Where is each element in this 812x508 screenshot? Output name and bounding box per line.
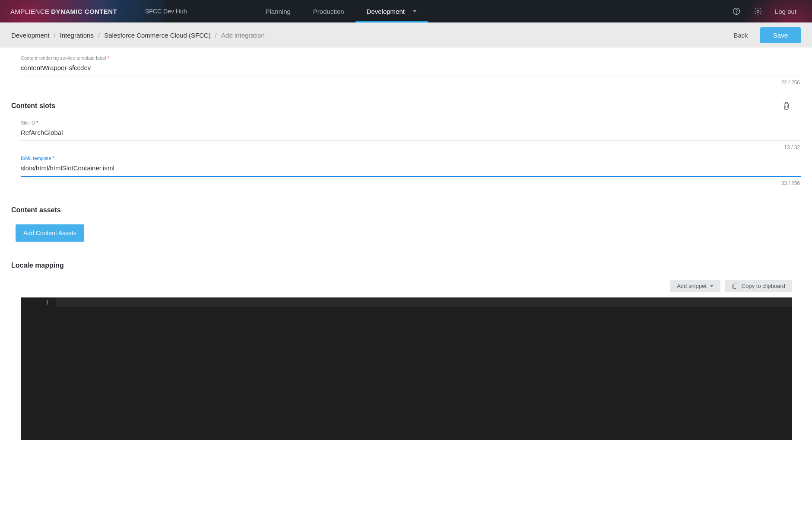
crs-counter: 22 / 256 (21, 80, 801, 86)
gear-icon[interactable] (753, 6, 763, 16)
gutter-line-1: 1 (21, 299, 49, 306)
isml-counter: 33 / 256 (21, 180, 801, 186)
site-id-input[interactable] (21, 125, 801, 141)
breadcrumb-bar: Development / Integrations / Salesforce … (0, 22, 812, 48)
chevron-down-icon (710, 285, 714, 287)
nav-planning[interactable]: Planning (254, 0, 301, 22)
code-editor[interactable]: 1 (21, 297, 792, 440)
editor-toolbar: Add snippet Copy to clipboard (11, 280, 792, 292)
nav-development-label: Development (367, 8, 405, 15)
isml-label: ISML template * (21, 156, 801, 161)
main-nav: Planning Production Development (254, 0, 428, 22)
crumb-sep: / (215, 32, 217, 39)
crumb-sep: / (98, 32, 100, 39)
chevron-down-icon (412, 10, 417, 13)
editor-body[interactable] (56, 297, 792, 440)
field-crs-label: Content rendering service template label… (21, 55, 801, 86)
add-content-assets-button[interactable]: Add Content Assets (16, 224, 84, 242)
site-id-label-text: Site ID (21, 120, 35, 125)
hub-name[interactable]: SFCC Dev Hub (134, 0, 198, 22)
subbar-actions: Back Save (733, 27, 801, 43)
locale-mapping-title: Locale mapping (11, 262, 801, 269)
crumb-development[interactable]: Development (11, 32, 49, 39)
brand-bold: DYNAMIC CONTENT (51, 8, 117, 15)
nav-production[interactable]: Production (302, 0, 355, 22)
copy-clipboard-label: Copy to clipboard (742, 283, 785, 289)
copy-clipboard-button[interactable]: Copy to clipboard (725, 280, 792, 292)
back-button[interactable]: Back (733, 32, 748, 39)
required-marker: * (53, 156, 54, 161)
save-button[interactable]: Save (760, 27, 801, 43)
crumb-sep: / (54, 32, 55, 39)
breadcrumb: Development / Integrations / Salesforce … (11, 32, 265, 39)
top-navbar: AMPLIENCE DYNAMIC CONTENT SFCC Dev Hub P… (0, 0, 812, 22)
required-marker: * (36, 120, 38, 125)
topbar-right: Log out (732, 0, 812, 22)
site-id-counter: 13 / 32 (21, 144, 801, 150)
brand-light: AMPLIENCE (10, 8, 49, 15)
editor-gutter: 1 (21, 297, 56, 440)
isml-label-text: ISML template (21, 156, 51, 161)
crs-input[interactable] (21, 61, 801, 76)
crumb-integrations[interactable]: Integrations (60, 32, 94, 39)
isml-input[interactable] (21, 161, 801, 177)
editor-line-1[interactable] (56, 297, 792, 307)
main-content: Content rendering service template label… (0, 48, 812, 508)
brand-logo: AMPLIENCE DYNAMIC CONTENT (0, 0, 134, 22)
crumb-current: Add integration (221, 32, 265, 39)
svg-point-2 (757, 10, 759, 13)
field-isml-template: ISML template * 33 / 256 (21, 156, 801, 186)
clipboard-icon (732, 283, 738, 289)
content-assets-title: Content assets (11, 206, 801, 214)
svg-point-1 (736, 13, 736, 13)
field-site-id: Site ID * 13 / 32 (21, 120, 801, 150)
crumb-sfcc[interactable]: Salesforce Commerce Cloud (SFCC) (104, 32, 211, 39)
logout-link[interactable]: Log out (775, 8, 796, 15)
nav-development[interactable]: Development (355, 0, 428, 22)
content-slots-title: Content slots (11, 102, 55, 110)
required-marker: * (108, 55, 109, 61)
svg-rect-3 (734, 284, 737, 288)
section-content-slots: Content slots (11, 101, 801, 111)
trash-icon[interactable] (782, 101, 791, 111)
site-id-label: Site ID * (21, 120, 801, 125)
add-snippet-button[interactable]: Add snippet (670, 280, 720, 292)
help-icon[interactable] (732, 6, 741, 16)
crs-label: Content rendering service template label… (21, 55, 801, 61)
crs-label-text: Content rendering service template label (21, 55, 106, 61)
add-snippet-label: Add snippet (677, 283, 707, 289)
